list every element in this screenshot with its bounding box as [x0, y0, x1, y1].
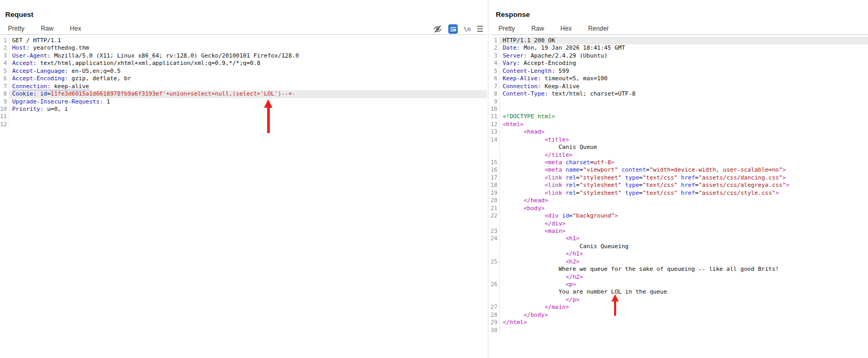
- response-line-content[interactable]: Content-Type: text/html; charset=UTF-8: [500, 90, 868, 98]
- line-number: 15: [490, 159, 500, 166]
- line-number: 24: [490, 235, 500, 242]
- response-line: 1HTTP/1.1 200 OK: [490, 37, 868, 44]
- response-line-content[interactable]: <div id="background">: [500, 212, 868, 220]
- response-line-content[interactable]: Server: Apache/2.4.29 (Ubuntu): [500, 52, 868, 60]
- response-line-content[interactable]: Vary: Accept-Encoding: [500, 60, 868, 67]
- line-number: 6: [0, 75, 10, 82]
- response-line-content[interactable]: Canis Queueing: [500, 243, 868, 250]
- line-number: 20: [490, 197, 500, 204]
- response-line-content[interactable]: <meta charset=utf-8>: [500, 159, 868, 166]
- response-line: Canis Queueing: [490, 243, 868, 250]
- request-line-content[interactable]: Upgrade-Insecure-Requests: 1: [10, 98, 487, 106]
- response-line-content[interactable]: </html>: [500, 319, 868, 326]
- line-number: 6: [490, 75, 500, 82]
- request-line-content[interactable]: Cookie: id=11fe3d6015a1d6618978fb9a6f319…: [10, 90, 487, 98]
- request-line-content[interactable]: GET / HTTP/1.1: [10, 37, 487, 44]
- response-line: 22 <div id="background">: [490, 212, 868, 220]
- response-line-content[interactable]: <h1>: [500, 235, 868, 242]
- soft-wrap-icon[interactable]: [448, 24, 458, 34]
- request-line-content[interactable]: Priority: u=0, i: [10, 106, 487, 113]
- tab-hex[interactable]: Hex: [558, 24, 574, 35]
- tab-hex[interactable]: Hex: [67, 24, 83, 35]
- request-line: 11: [0, 113, 487, 120]
- response-line: Where we queue for the sake of queueing …: [490, 266, 868, 273]
- line-number: 2: [0, 44, 10, 52]
- request-line: 7Connection: keep-alive: [0, 83, 487, 90]
- line-number: 29: [490, 319, 500, 326]
- show-newlines-icon[interactable]: \n: [464, 24, 470, 34]
- response-line-content[interactable]: <link rel="stylesheet" type="text/css" h…: [500, 190, 868, 197]
- response-line-content[interactable]: Where we queue for the sake of queueing …: [500, 266, 868, 273]
- panel-divider[interactable]: [488, 0, 488, 358]
- tab-raw[interactable]: Raw: [529, 24, 546, 35]
- tab-pretty[interactable]: Pretty: [5, 24, 27, 35]
- line-number: 14: [490, 136, 500, 144]
- response-line: 29</html>: [490, 319, 868, 326]
- response-line-content[interactable]: HTTP/1.1 200 OK: [500, 37, 868, 44]
- response-line-content[interactable]: </h2>: [500, 274, 868, 281]
- response-line-content[interactable]: [500, 106, 868, 113]
- line-number: 2: [490, 44, 500, 52]
- request-line-content[interactable]: Host: yearofthedog.thm: [10, 44, 487, 52]
- response-line-content[interactable]: <!DOCTYPE html>: [500, 113, 868, 120]
- menu-icon[interactable]: ☰: [477, 24, 484, 34]
- response-line-content[interactable]: </main>: [500, 304, 868, 311]
- request-line-content[interactable]: Accept: text/html,application/xhtml+xml,…: [10, 60, 487, 67]
- line-number: 22: [490, 212, 500, 220]
- response-line-content[interactable]: <body>: [500, 205, 868, 212]
- response-line-content[interactable]: [500, 98, 868, 106]
- response-line-content[interactable]: Connection: Keep-Alive: [500, 83, 868, 90]
- response-tabs: PrettyRawHexRender: [496, 24, 622, 35]
- line-number: 30: [490, 327, 500, 334]
- response-line-content[interactable]: <html>: [500, 121, 868, 128]
- response-line: </h2>: [490, 274, 868, 281]
- response-line: 4Vary: Accept-Encoding: [490, 60, 868, 67]
- response-line-content[interactable]: </p>: [500, 296, 868, 304]
- response-line-content[interactable]: </title>: [500, 152, 868, 159]
- response-line-content[interactable]: <meta name="viewport" content="width=dev…: [500, 166, 868, 174]
- response-line-content[interactable]: Date: Mon, 19 Jan 2026 18:41:45 GMT: [500, 44, 868, 52]
- line-number: [490, 274, 500, 281]
- response-line-content[interactable]: <main>: [500, 228, 868, 235]
- response-line-content[interactable]: <h2>: [500, 258, 868, 266]
- response-editor[interactable]: 1HTTP/1.1 200 OK2Date: Mon, 19 Jan 2026 …: [490, 35, 868, 358]
- response-line-content[interactable]: Canis Queue: [500, 144, 868, 151]
- response-line-content[interactable]: </body>: [500, 312, 868, 319]
- request-line-content[interactable]: Accept-Language: en-US,en;q=0.5: [10, 68, 487, 75]
- response-line-content[interactable]: <link rel="stylesheet" type="text/css" h…: [500, 174, 868, 182]
- response-line-content[interactable]: You are number LOL in the queue: [500, 288, 868, 296]
- line-number: 1: [0, 37, 10, 44]
- response-line-content[interactable]: [500, 327, 868, 334]
- response-line-content[interactable]: <link rel="stylesheet" type="text/css" h…: [500, 182, 868, 189]
- response-line-content[interactable]: <p>: [500, 281, 868, 288]
- response-line-content[interactable]: Content-Length: 599: [500, 68, 868, 75]
- response-line-content[interactable]: <title>: [500, 136, 868, 144]
- tab-render[interactable]: Render: [586, 24, 611, 35]
- request-line-content[interactable]: Accept-Encoding: gzip, deflate, br: [10, 75, 487, 82]
- line-number: 23: [490, 228, 500, 235]
- request-tabs: PrettyRawHex: [5, 24, 95, 35]
- request-line-content[interactable]: Connection: keep-alive: [10, 83, 487, 90]
- line-number: 28: [490, 312, 500, 319]
- response-line-content[interactable]: </h1>: [500, 250, 868, 258]
- request-line-content[interactable]: [10, 121, 487, 128]
- response-line-content[interactable]: <head>: [500, 128, 868, 136]
- request-line-content[interactable]: User-Agent: Mozilla/5.0 (X11; Linux x86_…: [10, 52, 487, 60]
- tab-pretty[interactable]: Pretty: [496, 24, 517, 35]
- line-number: 17: [490, 174, 500, 182]
- request-line-content[interactable]: [10, 113, 487, 120]
- line-number: 25: [490, 258, 500, 266]
- response-line-content[interactable]: </div>: [500, 220, 868, 228]
- line-number: 3: [490, 52, 500, 60]
- request-line: 9Upgrade-Insecure-Requests: 1: [0, 98, 487, 106]
- response-line: Canis Queue: [490, 144, 868, 151]
- response-line-content[interactable]: </head>: [500, 197, 868, 204]
- response-line-content[interactable]: Keep-Alive: timeout=5, max=100: [500, 75, 868, 82]
- line-number: 21: [490, 205, 500, 212]
- visibility-off-icon[interactable]: [433, 24, 442, 34]
- response-line: 5Content-Length: 599: [490, 68, 868, 75]
- request-editor[interactable]: 1GET / HTTP/1.12Host: yearofthedog.thm3U…: [0, 35, 487, 358]
- response-line: 12<html>: [490, 121, 868, 128]
- tab-raw[interactable]: Raw: [38, 24, 56, 35]
- line-number: 12: [0, 121, 10, 128]
